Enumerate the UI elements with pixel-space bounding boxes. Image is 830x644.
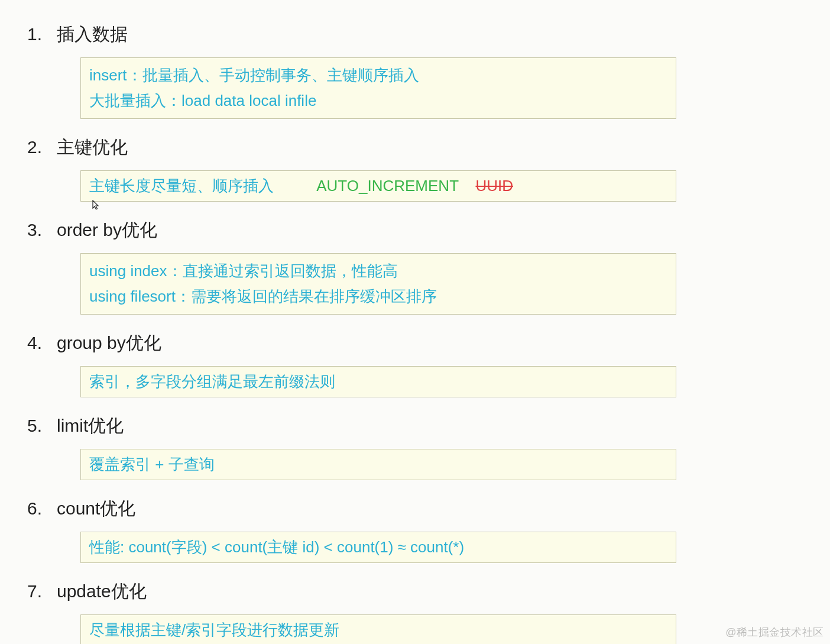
- item-number: 3.: [24, 220, 57, 240]
- item-title: order by优化: [57, 218, 806, 242]
- item-title: limit优化: [57, 414, 806, 438]
- item-number: 5.: [24, 416, 57, 436]
- text-segment: [459, 177, 476, 195]
- list-item: 3.order by优化using index：直接通过索引返回数据，性能高us…: [24, 218, 806, 315]
- list-item: 1.插入数据insert：批量插入、手动控制事务、主键顺序插入大批量插入：loa…: [24, 22, 806, 119]
- text-segment: 覆盖索引 + 子查询: [89, 455, 215, 473]
- text-segment: insert：批量插入、手动控制事务、主键顺序插入: [89, 66, 419, 84]
- list-item: 7.update优化尽量根据主键/索引字段进行数据更新: [24, 580, 806, 644]
- item-title: count优化: [57, 497, 806, 521]
- item-number: 2.: [24, 137, 57, 157]
- content-line: using filesort：需要将返回的结果在排序缓冲区排序: [89, 285, 667, 308]
- item-title: update优化: [57, 580, 806, 604]
- content-box: insert：批量插入、手动控制事务、主键顺序插入大批量插入：load data…: [80, 57, 676, 119]
- section-heading: 3.order by优化: [24, 218, 806, 242]
- content-line: 索引，多字段分组满足最左前缀法则: [89, 370, 667, 393]
- item-title: 主键优化: [57, 135, 806, 160]
- content-line: 性能: count(字段) < count(主键 id) < count(1) …: [89, 536, 667, 559]
- item-title: 插入数据: [57, 22, 806, 47]
- content-box: 索引，多字段分组满足最左前缀法则: [80, 366, 676, 397]
- content-line: 主键长度尽量短、顺序插入 AUTO_INCREMENT UUID: [89, 174, 667, 198]
- item-title: group by优化: [57, 331, 806, 355]
- content-box: using index：直接通过索引返回数据，性能高using filesort…: [80, 253, 676, 315]
- section-heading: 7.update优化: [24, 580, 806, 604]
- section-heading: 1.插入数据: [24, 22, 806, 47]
- content-line: 尽量根据主键/索引字段进行数据更新: [89, 619, 667, 642]
- section-heading: 2.主键优化: [24, 135, 806, 160]
- text-segment: using index：直接通过索引返回数据，性能高: [89, 262, 398, 280]
- item-number: 1.: [24, 24, 57, 44]
- text-segment: 大批量插入：load data local infile: [89, 92, 316, 109]
- content-box: 覆盖索引 + 子查询: [80, 449, 676, 480]
- content-line: using index：直接通过索引返回数据，性能高: [89, 260, 667, 283]
- text-segment: 尽量根据主键/索引字段进行数据更新: [89, 621, 339, 639]
- section-heading: 5.limit优化: [24, 414, 806, 438]
- text-segment: 索引，多字段分组满足最左前缀法则: [89, 373, 335, 390]
- content-box: 尽量根据主键/索引字段进行数据更新: [80, 614, 676, 644]
- content-line: insert：批量插入、手动控制事务、主键顺序插入: [89, 64, 667, 87]
- item-number: 7.: [24, 581, 57, 601]
- text-segment: [274, 177, 316, 195]
- page: 1.插入数据insert：批量插入、手动控制事务、主键顺序插入大批量插入：loa…: [0, 0, 830, 644]
- list-item: 4.group by优化索引，多字段分组满足最左前缀法则: [24, 331, 806, 397]
- cursor-icon: [92, 199, 100, 215]
- content-line: 大批量插入：load data local infile: [89, 89, 667, 112]
- text-segment: 性能: count(字段) < count(主键 id) < count(1) …: [89, 538, 464, 556]
- section-heading: 6.count优化: [24, 497, 806, 521]
- section-heading: 4.group by优化: [24, 331, 806, 355]
- list-item: 6.count优化性能: count(字段) < count(主键 id) < …: [24, 497, 806, 563]
- text-segment: 主键长度尽量短、顺序插入: [89, 177, 274, 195]
- text-segment: UUID: [475, 177, 513, 195]
- item-number: 6.: [24, 499, 57, 519]
- text-segment: AUTO_INCREMENT: [316, 177, 458, 195]
- item-number: 4.: [24, 333, 57, 353]
- content-line: 覆盖索引 + 子查询: [89, 453, 667, 476]
- content-box: 性能: count(字段) < count(主键 id) < count(1) …: [80, 532, 676, 563]
- text-segment: using filesort：需要将返回的结果在排序缓冲区排序: [89, 287, 437, 305]
- list-item: 2.主键优化主键长度尽量短、顺序插入 AUTO_INCREMENT UUID: [24, 135, 806, 202]
- list-item: 5.limit优化覆盖索引 + 子查询: [24, 414, 806, 480]
- content-box: 主键长度尽量短、顺序插入 AUTO_INCREMENT UUID: [80, 170, 676, 202]
